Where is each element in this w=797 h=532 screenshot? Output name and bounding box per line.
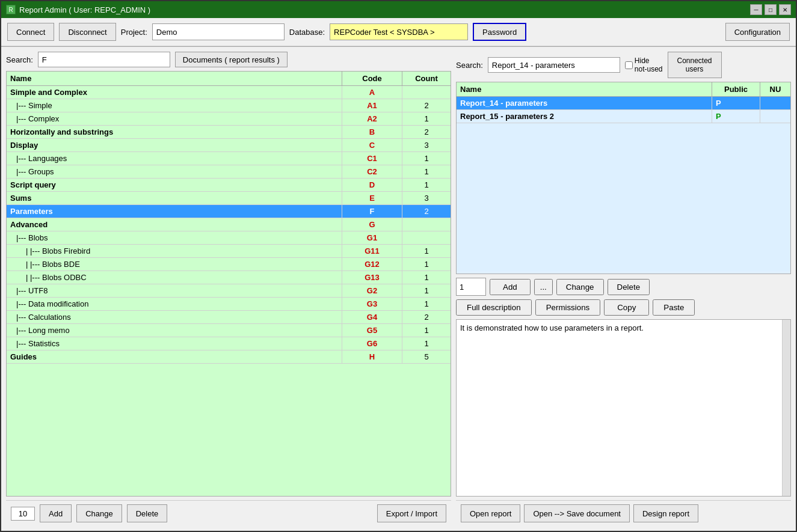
left-row-name: |--- Data modification (7, 298, 342, 310)
left-row-code: G11 (342, 245, 402, 257)
left-table-row[interactable]: |--- UTF8G21 (7, 284, 451, 298)
left-search-input[interactable] (38, 52, 170, 67)
minimize-button[interactable]: ─ (750, 4, 762, 15)
left-table-row[interactable]: |--- Long memoG51 (7, 324, 451, 337)
main-window: R Report Admin ( User: REPC_ADMIN ) ─ □ … (0, 0, 797, 532)
left-row-name: Horizontally and substrings (7, 126, 342, 138)
right-ellipsis-button[interactable]: ... (534, 279, 553, 295)
left-table-row[interactable]: Horizontally and substringsB2 (7, 126, 451, 139)
left-row-count: 1 (402, 337, 451, 350)
project-input[interactable] (152, 23, 285, 40)
left-table-row[interactable]: |--- LanguagesC11 (7, 152, 451, 165)
description-area: It is demonstrated how to use parameters… (456, 319, 791, 497)
left-row-code: G (342, 218, 402, 231)
left-header-name: Name (7, 72, 342, 85)
right-row-nu (760, 97, 790, 109)
left-row-code: A1 (342, 99, 402, 112)
open-report-button[interactable]: Open report (461, 504, 520, 522)
left-row-count: 1 (402, 284, 451, 297)
left-table-row[interactable]: ParametersF2 (7, 205, 451, 218)
left-table-container: Name Code Count Simple and ComplexA|--- … (6, 71, 451, 497)
left-search-label: Search: (6, 55, 33, 64)
left-table-row[interactable]: | |--- Blobs FirebirdG111 (7, 245, 451, 258)
right-table-row[interactable]: Report_15 - parameters 2P (457, 110, 790, 123)
documents-button[interactable]: Documents ( report results ) (175, 52, 288, 67)
left-change-button[interactable]: Change (76, 504, 122, 522)
design-report-button[interactable]: Design report (633, 504, 698, 522)
right-row-public: P (712, 110, 760, 123)
paste-button[interactable]: Paste (653, 299, 695, 316)
export-import-button[interactable]: Export / Import (377, 504, 446, 522)
close-button[interactable]: ✕ (779, 4, 791, 15)
left-table-row[interactable]: | |--- Blobs ODBCG131 (7, 271, 451, 284)
left-header-count: Count (402, 72, 451, 85)
restore-button[interactable]: □ (765, 4, 777, 15)
left-row-name: |--- Complex (7, 112, 342, 125)
right-row-name: Report_14 - parameters (457, 97, 712, 109)
left-row-code: G4 (342, 311, 402, 323)
right-search-label: Search: (456, 61, 483, 70)
left-row-code: G13 (342, 271, 402, 284)
left-row-code: B (342, 126, 402, 138)
left-count-display: 10 (11, 507, 35, 521)
left-row-name: |--- Groups (7, 165, 342, 178)
left-table-row[interactable]: | |--- Blobs BDEG121 (7, 258, 451, 271)
left-row-count: 2 (402, 311, 451, 323)
project-label: Project: (121, 28, 147, 37)
left-table-row[interactable]: Script queryD1 (7, 179, 451, 192)
left-table-row[interactable]: |--- GroupsC21 (7, 165, 451, 179)
right-search-input[interactable] (488, 57, 620, 73)
copy-button[interactable]: Copy (604, 299, 649, 316)
left-table-row[interactable]: SumsE3 (7, 192, 451, 205)
left-row-count: 1 (402, 112, 451, 125)
right-add-button[interactable]: Add (490, 279, 531, 295)
left-row-code: G5 (342, 324, 402, 337)
right-row-name: Report_15 - parameters 2 (457, 110, 712, 123)
right-table-row[interactable]: Report_14 - parametersP (457, 97, 790, 110)
left-row-count: 1 (402, 152, 451, 165)
hide-notused-checkbox[interactable] (625, 61, 633, 69)
left-table-row[interactable]: |--- SimpleA12 (7, 99, 451, 112)
left-row-count: 1 (402, 271, 451, 284)
left-table-row[interactable]: GuidesH5 (7, 350, 451, 364)
left-table-row[interactable]: DisplayC3 (7, 139, 451, 152)
right-top-area: Search: Hidenot-used Connectedusers (456, 52, 791, 78)
left-row-name: Parameters (7, 205, 342, 218)
left-row-name: |--- Blobs (7, 231, 342, 244)
right-change-button[interactable]: Change (556, 279, 604, 295)
disconnect-button[interactable]: Disconnect (59, 23, 115, 41)
left-row-code: G1 (342, 231, 402, 244)
left-table-header: Name Code Count (7, 72, 451, 86)
left-delete-button[interactable]: Delete (127, 504, 168, 522)
right-num-input[interactable] (456, 278, 486, 296)
connected-users-button[interactable]: Connectedusers (668, 52, 722, 78)
title-bar: R Report Admin ( User: REPC_ADMIN ) ─ □ … (1, 1, 796, 18)
right-header-nu: NU (760, 82, 790, 96)
database-input[interactable] (330, 23, 468, 40)
left-row-code: G3 (342, 298, 402, 310)
permissions-button[interactable]: Permissions (535, 299, 601, 316)
password-button[interactable]: Password (473, 23, 526, 41)
left-row-name: Simple and Complex (7, 86, 342, 99)
open-save-button[interactable]: Open --> Save document (524, 504, 630, 522)
left-table-row[interactable]: |--- ComplexA21 (7, 112, 451, 126)
left-row-count: 1 (402, 165, 451, 178)
description-scrollbar[interactable] (782, 320, 790, 496)
left-table-row[interactable]: AdvancedG (7, 218, 451, 231)
left-row-count: 1 (402, 298, 451, 310)
left-row-name: | |--- Blobs Firebird (7, 245, 342, 257)
left-table-row[interactable]: |--- BlobsG1 (7, 231, 451, 245)
connect-button[interactable]: Connect (7, 23, 54, 41)
left-table-row[interactable]: |--- CalculationsG42 (7, 311, 451, 324)
left-row-count: 5 (402, 350, 451, 363)
configuration-button[interactable]: Configuration (725, 23, 790, 41)
left-add-button[interactable]: Add (40, 504, 72, 522)
full-description-button[interactable]: Full description (456, 299, 532, 316)
left-row-name: |--- Languages (7, 152, 342, 165)
left-table-row[interactable]: Simple and ComplexA (7, 86, 451, 99)
right-delete-button[interactable]: Delete (608, 279, 650, 295)
left-row-code: F (342, 205, 402, 218)
left-table-row[interactable]: |--- Data modificationG31 (7, 298, 451, 311)
left-row-name: Display (7, 139, 342, 151)
left-table-row[interactable]: |--- StatisticsG61 (7, 337, 451, 350)
